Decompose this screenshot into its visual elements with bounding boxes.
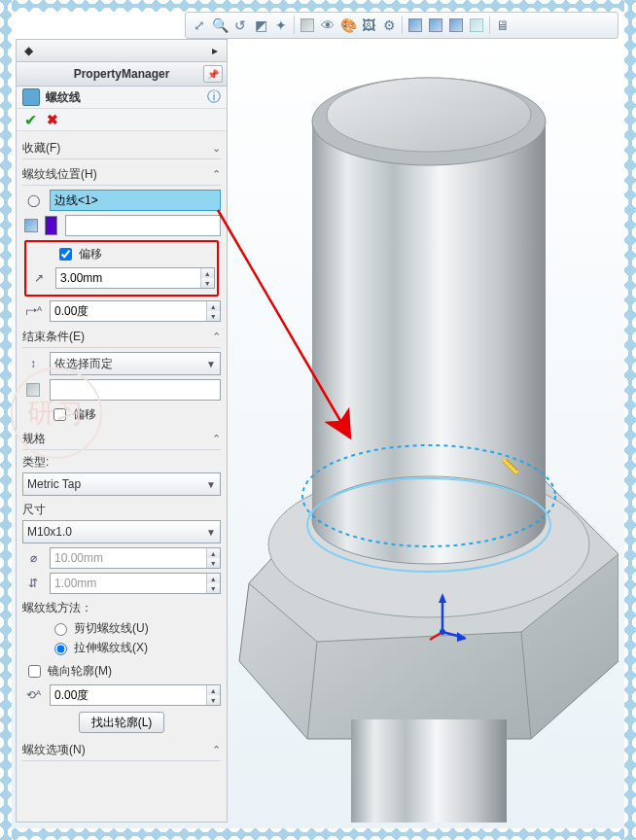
- cube4-icon[interactable]: [467, 16, 486, 35]
- feature-name: 螺纹线: [46, 89, 81, 106]
- start-angle-icon: ⮣ᴬ: [22, 300, 44, 322]
- cancel-button[interactable]: ✖: [47, 112, 58, 127]
- ok-button[interactable]: ✔: [24, 111, 37, 129]
- angle2-spinner[interactable]: ▲▼: [50, 684, 221, 706]
- offset-value-input[interactable]: [56, 271, 200, 285]
- pitch-icon: ⇵: [22, 573, 44, 594]
- type-label: 类型:: [22, 454, 221, 471]
- diameter-spinner[interactable]: ▲▼: [50, 547, 221, 569]
- apply-scene-icon[interactable]: 🖼: [359, 16, 378, 35]
- mirror-checkbox[interactable]: [28, 665, 41, 678]
- end-offset-checkbox-row[interactable]: 偏移: [50, 404, 221, 424]
- zoom-fit-icon[interactable]: ⤢: [190, 16, 209, 35]
- zoom-area-icon[interactable]: 🔍: [210, 16, 230, 35]
- angle2-input[interactable]: [51, 688, 206, 702]
- color-swatch[interactable]: [45, 216, 57, 235]
- help-icon[interactable]: ⓘ: [207, 88, 221, 106]
- extrude-thread-radio[interactable]: 拉伸螺纹线(X): [50, 638, 221, 657]
- end-cond-icon: ↕: [22, 353, 44, 374]
- offset-checkbox[interactable]: [59, 248, 72, 261]
- offset-highlight-box: 偏移 ↗ ▲▼: [24, 240, 219, 297]
- start-face-icon: [22, 215, 39, 236]
- dropdown-icon: ▼: [206, 359, 216, 369]
- view-toolbar: ⤢ 🔍 ↺ ◩ ✦ 👁 🎨 🖼 ⚙ 🖥: [185, 12, 618, 39]
- property-manager-panel: ◆ ▸ PropertyManager 📌 螺纹线 ⓘ ✔ ✖ 收藏(F) ⌄ …: [16, 39, 228, 822]
- prev-view-icon[interactable]: ↺: [230, 16, 250, 35]
- pitch-input: [51, 577, 206, 590]
- hide-show-icon[interactable]: 👁: [318, 16, 337, 35]
- end-condition-header[interactable]: 结束条件(E) ⌃: [22, 326, 221, 348]
- display-style-icon[interactable]: [298, 16, 317, 35]
- spin-down-icon[interactable]: ▼: [201, 278, 214, 288]
- pin-button[interactable]: 📌: [203, 65, 223, 83]
- start-angle-spinner[interactable]: ▲▼: [50, 300, 221, 322]
- offset-distance-icon: ↗: [28, 267, 50, 289]
- diameter-icon: ⌀: [22, 547, 44, 569]
- overflow-icon[interactable]: ▸: [207, 43, 223, 58]
- feature-icon: [22, 88, 40, 106]
- end-condition-combo[interactable]: 依选择而定 ▼: [50, 352, 221, 375]
- diameter-input: [51, 551, 206, 565]
- end-offset-checkbox[interactable]: [53, 408, 66, 421]
- edit-appearance-icon[interactable]: 🎨: [338, 16, 358, 35]
- view-settings-icon[interactable]: ⚙: [379, 16, 399, 35]
- cube2-icon[interactable]: [426, 16, 445, 35]
- thread-options-header[interactable]: 螺纹选项(N) ⌃: [22, 739, 221, 761]
- pitch-spinner[interactable]: ▲▼: [50, 573, 221, 594]
- size-label: 尺寸: [22, 502, 221, 518]
- section-view-icon[interactable]: ◩: [251, 16, 270, 35]
- panel-tabs: ◆ ▸: [17, 40, 227, 62]
- offset-value-spinner[interactable]: ▲▼: [55, 267, 215, 289]
- edge-select-icon: ◯: [22, 190, 44, 211]
- view-orient-icon[interactable]: ✦: [271, 16, 291, 35]
- mirror-checkbox-row[interactable]: 镜向轮廓(M): [24, 661, 221, 681]
- cut-thread-radio[interactable]: 剪切螺纹线(U): [50, 618, 221, 638]
- fullscreen-icon[interactable]: 🖥: [493, 16, 512, 35]
- spin-up-icon[interactable]: ▲: [201, 268, 214, 278]
- start-face-field[interactable]: [65, 215, 221, 236]
- panel-title: PropertyManager 📌: [17, 62, 227, 87]
- chevron-up-icon: ⌃: [212, 168, 221, 181]
- svg-point-8: [327, 78, 531, 152]
- offset-checkbox-row[interactable]: 偏移: [55, 244, 215, 263]
- thread-type-combo[interactable]: Metric Tap▼: [22, 472, 221, 496]
- graphics-area[interactable]: [230, 39, 618, 822]
- edge-selection-field[interactable]: [50, 190, 221, 211]
- svg-rect-5: [312, 122, 546, 520]
- method-label: 螺纹线方法：: [22, 600, 221, 616]
- start-angle-input[interactable]: [51, 304, 206, 318]
- end-face-icon: [22, 379, 44, 401]
- thread-size-combo[interactable]: M10x1.0▼: [22, 520, 221, 543]
- cube3-icon[interactable]: [446, 16, 466, 35]
- spec-header[interactable]: 规格 ⌃: [22, 428, 221, 450]
- svg-rect-11: [351, 719, 507, 822]
- chevron-down-icon: ⌄: [212, 142, 221, 155]
- rotation-angle-icon: ⟲ᴬ: [22, 684, 44, 706]
- favorites-header[interactable]: 收藏(F) ⌄: [22, 137, 221, 159]
- fm-tree-tab-icon[interactable]: ◆: [20, 43, 36, 58]
- locate-profile-button[interactable]: 找出轮廓(L): [79, 712, 165, 733]
- cube1-icon[interactable]: [406, 16, 425, 35]
- panel-title-text: PropertyManager: [74, 67, 170, 81]
- end-face-field[interactable]: [50, 379, 221, 401]
- thread-position-header[interactable]: 螺纹线位置(H) ⌃: [22, 163, 221, 186]
